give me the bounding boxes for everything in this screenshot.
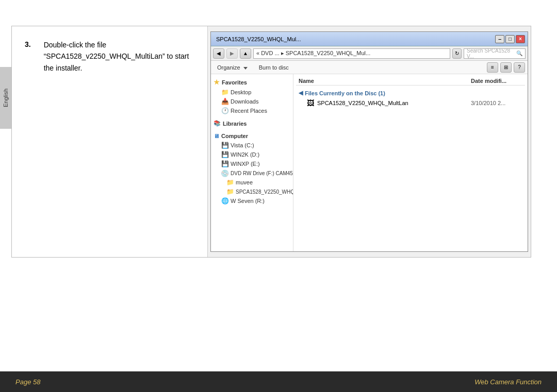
organize-dropdown-icon xyxy=(243,67,248,70)
screenshot-panel: SPCA1528_V2250_WHQL_Mul... ‒ □ × ◀ ▶ ▲ «… xyxy=(208,26,531,257)
main-content-area: 3. Double-click the file “SPCA1528_v2250… xyxy=(11,26,531,258)
maximize-button[interactable]: □ xyxy=(505,35,515,43)
sidebar-tab-label: English xyxy=(3,89,9,107)
view-list-button[interactable]: ≡ xyxy=(487,62,498,73)
help-button[interactable]: ? xyxy=(514,62,525,73)
favorites-star-icon: ★ xyxy=(214,78,220,86)
nav-winxp-e[interactable]: 💾 WINXP (E:) xyxy=(211,159,293,168)
spca-folder-icon: 📁 xyxy=(226,188,234,195)
nav-downloads[interactable]: 📥 Downloads xyxy=(211,97,293,106)
computer-section-header[interactable]: 🖥 Computer xyxy=(211,131,293,141)
file-date-spca: 3/10/2010 2... xyxy=(471,100,522,106)
nav-win2k-d[interactable]: 💾 WIN2K (D:) xyxy=(211,150,293,159)
nav-muvee[interactable]: 📁 muvee xyxy=(211,178,293,187)
drive-e-icon: 💾 xyxy=(221,160,228,167)
date-column-header[interactable]: Date modifi... xyxy=(471,78,522,84)
search-placeholder: Search SPCA1528 V... xyxy=(467,48,516,59)
nav-recent-places[interactable]: 🕐 Recent Places xyxy=(211,106,293,115)
downloads-folder-icon: 📥 xyxy=(221,98,228,105)
address-bar: ◀ ▶ ▲ « DVD ... ▸ SPCA1528_V2250_WHQL_Mu… xyxy=(211,46,528,61)
drive-d-icon: 💾 xyxy=(221,151,228,158)
toolbar: Organize Burn to disc ≡ ⊞ ? xyxy=(211,61,528,74)
view-details-button[interactable]: ⊞ xyxy=(500,62,512,73)
libraries-section-header[interactable]: 📚 Libraries xyxy=(211,118,293,128)
close-button[interactable]: × xyxy=(516,35,525,43)
minimize-button[interactable]: ‒ xyxy=(495,35,504,43)
address-path[interactable]: « DVD ... ▸ SPCA1528_V2250_WHQL_Mul... xyxy=(253,48,450,59)
section-title: Web Camera Function xyxy=(474,378,542,386)
file-item-spca[interactable]: 🖼 SPCA1528_V2250_WHQL_MultLan 3/10/2010 … xyxy=(296,98,525,108)
organize-button[interactable]: Organize xyxy=(214,63,251,72)
name-column-header[interactable]: Name xyxy=(299,78,471,84)
nav-vista-c[interactable]: 💾 Vista (C:) xyxy=(211,141,293,150)
nav-spca-folder[interactable]: 📁 SPCA1528_V2250_WHQL_MultiL xyxy=(211,187,293,196)
file-name-spca: SPCA1528_V2250_WHQL_MultLan xyxy=(317,100,471,106)
windows-explorer-window: SPCA1528_V2250_WHQL_Mul... ‒ □ × ◀ ▶ ▲ «… xyxy=(210,31,528,252)
titlebar-title: SPCA1528_V2250_WHQL_Mul... xyxy=(214,36,495,42)
computer-icon: 🖥 xyxy=(214,133,219,139)
desktop-folder-icon: 📁 xyxy=(221,89,228,96)
titlebar: SPCA1528_V2250_WHQL_Mul... ‒ □ × xyxy=(211,32,528,46)
step-number: 3. xyxy=(25,39,31,74)
nav-desktop[interactable]: 📁 Desktop xyxy=(211,88,293,97)
recent-places-icon: 🕐 xyxy=(221,107,228,114)
content-pane: Name Date modifi... ◀ Files Currently on… xyxy=(293,74,528,251)
file-icon-spca: 🖼 xyxy=(306,99,315,107)
instruction-panel: 3. Double-click the file “SPCA1528_v2250… xyxy=(12,26,208,257)
collapse-icon: ◀ xyxy=(299,90,303,96)
footer-bar: Page 58 Web Camera Function xyxy=(0,371,557,392)
up-button[interactable]: ▲ xyxy=(240,48,251,59)
search-icon[interactable]: 🔍 xyxy=(516,50,522,56)
drive-c-icon: 💾 xyxy=(221,142,228,149)
back-button[interactable]: ◀ xyxy=(213,48,224,59)
libraries-icon: 📚 xyxy=(214,120,221,127)
dvd-drive-icon: 💿 xyxy=(221,169,228,177)
favorites-section-header[interactable]: ★ Favorites xyxy=(211,77,293,88)
nav-w-seven-r[interactable]: 🌐 W Seven (R:) xyxy=(211,196,293,206)
nav-dvd-f[interactable]: 💿 DVD RW Drive (F:) CAM4505 xyxy=(211,168,293,178)
nav-pane: ★ Favorites 📁 Desktop 📥 Downloads 🕐 Rece… xyxy=(211,74,293,251)
refresh-button[interactable]: ↻ xyxy=(452,48,462,59)
language-sidebar-tab: English xyxy=(0,67,11,129)
burn-to-disc-button[interactable]: Burn to disc xyxy=(255,63,292,72)
page-number: Page 58 xyxy=(15,378,40,386)
column-headers: Name Date modifi... xyxy=(296,77,525,86)
muvee-folder-icon: 📁 xyxy=(226,179,234,186)
explorer-body: ★ Favorites 📁 Desktop 📥 Downloads 🕐 Rece… xyxy=(211,74,528,251)
titlebar-buttons: ‒ □ × xyxy=(495,35,525,43)
network-drive-icon: 🌐 xyxy=(221,197,228,204)
files-group-header: ◀ Files Currently on the Disc (1) xyxy=(296,88,525,98)
search-box[interactable]: Search SPCA1528 V... 🔍 xyxy=(464,48,526,59)
instruction-text: Double-click the file “SPCA1528_v2250_WH… xyxy=(44,39,194,74)
forward-button[interactable]: ▶ xyxy=(226,48,238,59)
